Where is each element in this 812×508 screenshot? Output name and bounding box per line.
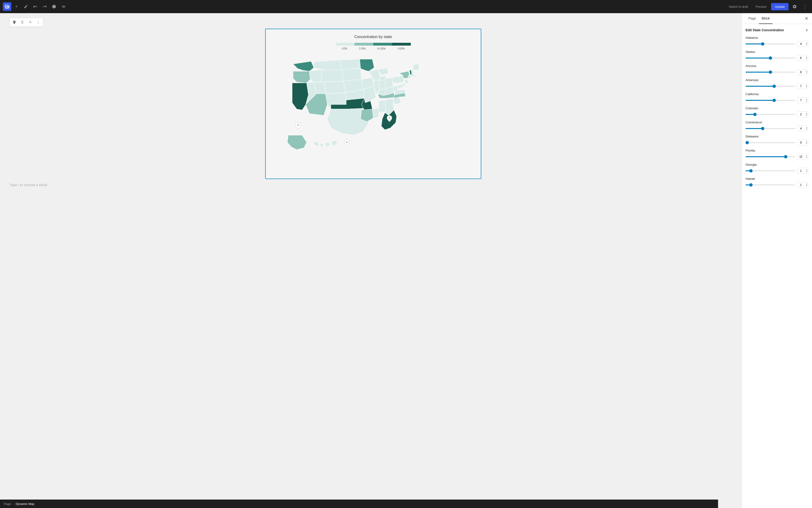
block-toolbar: ⠿ ⋮ bbox=[9, 18, 43, 27]
map-block: Concentration by state <2% 2-5% 6-10% >1… bbox=[265, 29, 481, 179]
number-down-6[interactable]: ▼ bbox=[806, 129, 808, 130]
state-number-input-1[interactable] bbox=[799, 56, 806, 60]
number-arrows-4: ▲ ▼ bbox=[806, 98, 808, 102]
state-maine bbox=[413, 63, 419, 71]
number-down-4[interactable]: ▼ bbox=[806, 100, 808, 102]
state-label-4: California: bbox=[746, 92, 808, 96]
svg-point-1 bbox=[298, 124, 299, 126]
update-button[interactable]: Update bbox=[771, 3, 788, 10]
state-control-3: ▲ ▼ bbox=[746, 83, 808, 89]
number-down-3[interactable]: ▼ bbox=[806, 86, 808, 88]
state-california bbox=[292, 83, 308, 110]
usa-map-svg bbox=[284, 56, 462, 164]
state-control-4: ▲ ▼ bbox=[746, 97, 808, 103]
state-slider-8[interactable] bbox=[746, 156, 795, 157]
state-slider-5[interactable] bbox=[746, 114, 795, 115]
state-number-input-8[interactable] bbox=[799, 155, 806, 158]
number-down-0[interactable]: ▼ bbox=[806, 44, 808, 46]
number-down-7[interactable]: ▼ bbox=[806, 143, 808, 144]
more-options-button[interactable]: ⋮ bbox=[801, 2, 809, 11]
state-slider-10[interactable] bbox=[746, 184, 795, 185]
state-label-8: Florida: bbox=[746, 149, 808, 152]
breadcrumb-separator: › bbox=[13, 502, 14, 506]
state-slider-6[interactable] bbox=[746, 128, 795, 129]
edit-tool-button[interactable] bbox=[21, 2, 30, 11]
state-row: Hawaii: ▲ ▼ bbox=[746, 177, 808, 188]
state-number-input-6[interactable] bbox=[799, 127, 806, 130]
state-oregon bbox=[293, 71, 310, 83]
state-slider-3[interactable] bbox=[746, 86, 795, 87]
number-down-5[interactable]: ▼ bbox=[806, 115, 808, 116]
state-slider-7[interactable] bbox=[746, 142, 795, 143]
state-control-9: ▲ ▼ bbox=[746, 168, 808, 174]
number-arrows-3: ▲ ▼ bbox=[806, 84, 808, 88]
svg-point-2 bbox=[346, 141, 347, 143]
state-label-9: Georgia: bbox=[746, 163, 808, 166]
number-down-10[interactable]: ▼ bbox=[806, 185, 808, 187]
wordpress-logo[interactable] bbox=[3, 2, 11, 11]
state-slider-2[interactable] bbox=[746, 72, 795, 73]
add-block-button[interactable]: + bbox=[12, 2, 21, 11]
number-down-1[interactable]: ▼ bbox=[806, 58, 808, 60]
number-arrows-5: ▲ ▼ bbox=[806, 113, 808, 116]
state-slider-1[interactable] bbox=[746, 57, 795, 58]
state-number-2: ▲ ▼ bbox=[797, 69, 808, 75]
state-number-input-0[interactable] bbox=[799, 42, 806, 46]
block-move-button[interactable] bbox=[27, 18, 34, 26]
state-row: California: ▲ ▼ bbox=[746, 92, 808, 103]
undo-button[interactable] bbox=[31, 2, 40, 11]
switch-to-draft-button[interactable]: Switch to draft bbox=[726, 3, 751, 10]
state-hawaii bbox=[313, 141, 319, 146]
state-number-input-10[interactable] bbox=[799, 183, 806, 186]
state-alabama bbox=[379, 100, 386, 113]
state-number-0: ▲ ▼ bbox=[797, 41, 808, 47]
state-row: Colorado: ▲ ▼ bbox=[746, 107, 808, 117]
state-row: Delaware: ▲ ▼ bbox=[746, 135, 808, 145]
state-number-input-9[interactable] bbox=[799, 169, 806, 172]
number-arrows-0: ▲ ▼ bbox=[806, 42, 808, 46]
state-south-dakota bbox=[342, 69, 361, 81]
page-tab[interactable]: Page bbox=[746, 13, 759, 24]
legend-segment-1 bbox=[336, 43, 354, 46]
breadcrumb-page[interactable]: Page bbox=[4, 502, 11, 506]
section-header: Edit State Concentration ∧ bbox=[746, 28, 808, 32]
state-slider-0[interactable] bbox=[746, 43, 795, 44]
number-down-8[interactable]: ▼ bbox=[806, 157, 808, 159]
main-layout: ⠿ ⋮ Concentration by state <2% 2-5% bbox=[0, 13, 812, 508]
number-arrows-7: ▲ ▼ bbox=[806, 141, 808, 144]
legend-label-2: 2-5% bbox=[359, 47, 366, 50]
state-number-input-4[interactable] bbox=[799, 98, 806, 102]
state-number-input-3[interactable] bbox=[799, 84, 806, 88]
state-slider-4[interactable] bbox=[746, 100, 795, 101]
state-label-2: Arizona: bbox=[746, 64, 808, 68]
block-position-button[interactable] bbox=[10, 18, 18, 26]
state-label-3: Arkansas: bbox=[746, 78, 808, 82]
legend-label-4: >10% bbox=[397, 47, 405, 50]
state-number-6: ▲ ▼ bbox=[797, 125, 808, 131]
top-bar: + Switch to draft Preview Update ⋮ bbox=[0, 0, 812, 13]
block-drag-handle[interactable]: ⠿ bbox=[18, 18, 26, 26]
state-label-1: Alaska: bbox=[746, 50, 808, 53]
settings-button[interactable] bbox=[791, 2, 799, 11]
state-slider-9[interactable] bbox=[746, 170, 795, 171]
info-button[interactable] bbox=[50, 2, 58, 11]
state-alaska bbox=[287, 135, 307, 150]
section-collapse-button[interactable]: ∧ bbox=[805, 28, 808, 32]
state-row: Alabama: ▲ ▼ bbox=[746, 36, 808, 47]
state-number-8: ▲ ▼ bbox=[797, 154, 808, 160]
state-number-input-7[interactable] bbox=[799, 141, 806, 144]
block-tab[interactable]: Block bbox=[759, 13, 772, 24]
type-hint: Type / to choose a block bbox=[9, 183, 47, 187]
state-row: Florida: ▲ ▼ bbox=[746, 149, 808, 160]
state-number-input-2[interactable] bbox=[799, 70, 806, 74]
list-view-button[interactable] bbox=[59, 2, 67, 11]
preview-button[interactable]: Preview bbox=[753, 3, 769, 10]
state-colorado bbox=[325, 81, 345, 94]
number-down-9[interactable]: ▼ bbox=[806, 171, 808, 173]
state-number-input-5[interactable] bbox=[799, 113, 806, 116]
number-down-2[interactable]: ▼ bbox=[806, 72, 808, 74]
panel-close-button[interactable]: ✕ bbox=[805, 13, 808, 24]
redo-button[interactable] bbox=[40, 2, 49, 11]
state-number-3: ▲ ▼ bbox=[797, 83, 808, 89]
block-more-button[interactable]: ⋮ bbox=[35, 18, 42, 26]
